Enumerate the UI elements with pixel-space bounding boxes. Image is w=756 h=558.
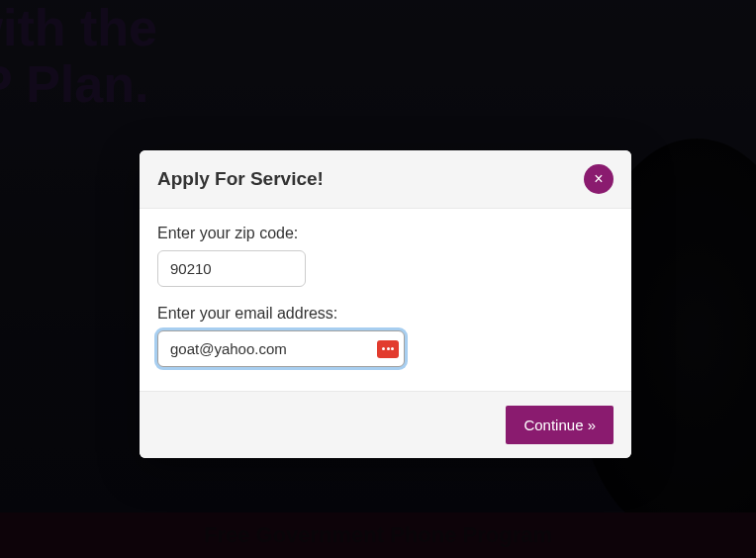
email-label: Enter your email address:	[157, 305, 614, 323]
continue-button[interactable]: Continue »	[506, 406, 614, 444]
zip-field-row: Enter your zip code:	[157, 225, 614, 287]
email-input-wrap	[157, 330, 405, 367]
zip-label: Enter your zip code:	[157, 225, 614, 242]
close-icon: ×	[594, 170, 603, 188]
email-input[interactable]	[157, 330, 405, 367]
zip-input[interactable]	[157, 250, 306, 287]
email-field-row: Enter your email address:	[157, 305, 614, 367]
modal-body: Enter your zip code: Enter your email ad…	[140, 209, 631, 391]
modal-header: Apply For Service! ×	[140, 150, 631, 209]
apply-service-modal: Apply For Service! × Enter your zip code…	[140, 150, 631, 458]
modal-title: Apply For Service!	[157, 168, 324, 190]
close-button[interactable]: ×	[584, 164, 614, 194]
password-manager-icon[interactable]	[377, 340, 399, 358]
dots-icon	[382, 347, 394, 350]
modal-footer: Continue »	[140, 391, 631, 458]
